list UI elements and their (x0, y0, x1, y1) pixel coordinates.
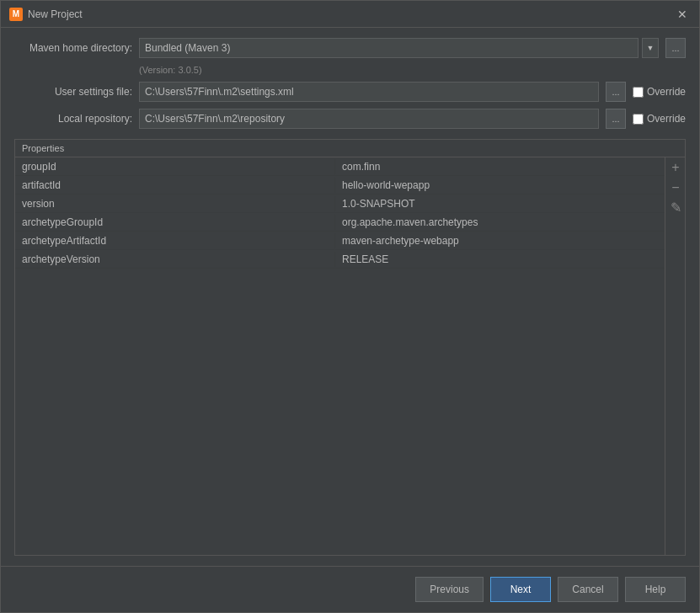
table-row[interactable]: archetypeGroupIdorg.apache.maven.archety… (15, 213, 665, 232)
close-button[interactable]: ✕ (674, 7, 691, 22)
dialog-footer: Previous Next Cancel Help (1, 566, 699, 612)
user-settings-more-btn[interactable]: ... (606, 82, 626, 102)
user-settings-override-label: Override (647, 86, 686, 98)
app-icon: M (9, 8, 23, 21)
maven-home-row: Maven home directory: ▼ ... (14, 38, 686, 58)
local-repo-override: Override (633, 113, 686, 125)
previous-button[interactable]: Previous (415, 577, 484, 602)
title-bar-left: M New Project (9, 8, 83, 21)
table-row[interactable]: archetypeVersionRELEASE (15, 250, 665, 269)
property-key: version (15, 196, 335, 211)
user-settings-override: Override (633, 86, 686, 98)
property-key: groupId (15, 159, 335, 174)
dialog-content: Maven home directory: ▼ ... (Version: 3.… (1, 28, 699, 566)
user-settings-override-checkbox[interactable] (633, 87, 644, 98)
add-property-btn[interactable]: + (665, 157, 685, 178)
local-repo-label: Local repository: (14, 113, 132, 125)
properties-legend: Properties (15, 140, 685, 157)
property-key: archetypeArtifactId (15, 233, 335, 248)
maven-home-more-btn[interactable]: ... (665, 38, 686, 58)
property-value: hello-world-wepapp (335, 178, 665, 193)
property-key: archetypeGroupId (15, 215, 335, 230)
maven-home-dropdown-btn[interactable]: ▼ (642, 38, 659, 58)
table-row[interactable]: groupIdcom.finn (15, 157, 665, 176)
local-repo-row: Local repository: ... Override (14, 109, 686, 129)
edit-property-btn[interactable]: ✎ (665, 198, 685, 218)
table-row[interactable]: artifactIdhello-world-wepapp (15, 176, 665, 195)
property-key: archetypeVersion (15, 252, 335, 267)
user-settings-row: User settings file: ... Override (14, 82, 686, 102)
property-value: RELEASE (335, 252, 665, 267)
title-bar: M New Project ✕ (1, 1, 699, 28)
cancel-button[interactable]: Cancel (558, 577, 618, 602)
remove-property-btn[interactable]: − (665, 178, 685, 198)
maven-version-text: (Version: 3.0.5) (14, 65, 686, 75)
help-button[interactable]: Help (625, 577, 686, 602)
table-row[interactable]: version1.0-SNAPSHOT (15, 195, 665, 213)
local-repo-override-checkbox[interactable] (633, 114, 644, 125)
local-repo-override-label: Override (647, 113, 686, 125)
local-repo-input[interactable] (139, 109, 599, 129)
property-value: com.finn (335, 159, 665, 174)
maven-home-wrapper: ▼ (139, 38, 659, 58)
maven-home-input[interactable] (139, 38, 639, 58)
properties-sidebar: + − ✎ (665, 157, 685, 555)
dialog-title: New Project (28, 8, 83, 20)
user-settings-label: User settings file: (14, 86, 132, 98)
properties-wrapper: groupIdcom.finnartifactIdhello-world-wep… (15, 157, 685, 555)
new-project-dialog: M New Project ✕ Maven home directory: ▼ … (0, 0, 700, 613)
table-row[interactable]: archetypeArtifactIdmaven-archetype-webap… (15, 232, 665, 250)
properties-table: groupIdcom.finnartifactIdhello-world-wep… (15, 157, 665, 555)
property-value: org.apache.maven.archetypes (335, 215, 665, 230)
next-button[interactable]: Next (490, 577, 551, 602)
property-value: maven-archetype-webapp (335, 233, 665, 248)
maven-home-label: Maven home directory: (14, 42, 132, 54)
user-settings-input[interactable] (139, 82, 599, 102)
property-key: artifactId (15, 178, 335, 193)
properties-group: Properties groupIdcom.finnartifactIdhell… (14, 139, 686, 556)
property-value: 1.0-SNAPSHOT (335, 196, 665, 211)
local-repo-more-btn[interactable]: ... (606, 109, 626, 129)
